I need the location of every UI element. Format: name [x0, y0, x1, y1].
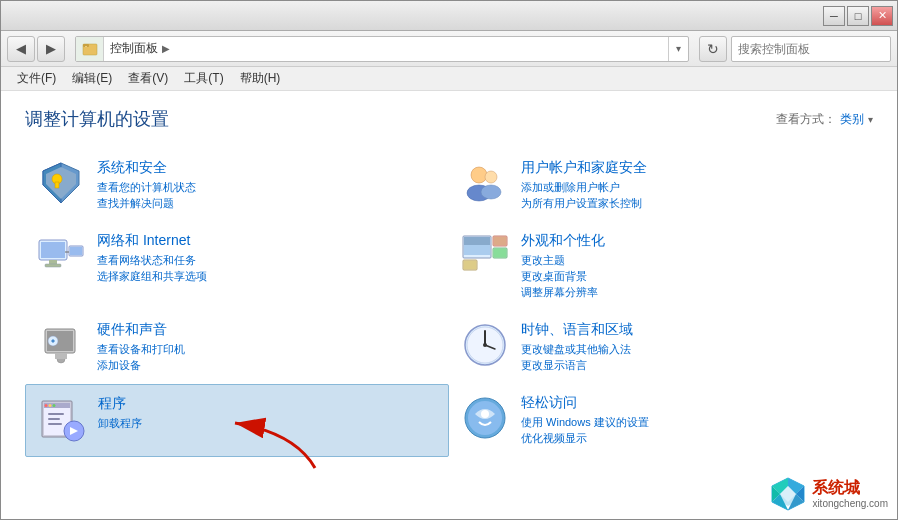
programs-link-1[interactable]: 卸载程序 — [98, 416, 436, 431]
cp-item-clock[interactable]: 时钟、语言和区域 更改键盘或其他输入法 更改显示语言 — [449, 311, 873, 384]
hardware-link-2[interactable]: 添加设备 — [97, 358, 437, 373]
appearance-text: 外观和个性化 更改主题 更改桌面背景 调整屏幕分辨率 — [521, 232, 861, 301]
programs-text: 程序 卸载程序 — [98, 395, 436, 432]
svg-rect-45 — [48, 418, 60, 420]
svg-rect-46 — [48, 423, 62, 425]
network-icon — [37, 232, 85, 280]
forward-button[interactable]: ▶ — [37, 36, 65, 62]
hardware-icon — [37, 321, 85, 369]
menu-file[interactable]: 文件(F) — [9, 67, 64, 90]
cp-item-network[interactable]: 网络和 Internet 查看网络状态和任务 选择家庭组和共享选项 — [25, 222, 449, 311]
cp-item-ease[interactable]: 轻松访问 使用 Windows 建议的设置 优化视频显示 — [449, 384, 873, 457]
svg-rect-17 — [70, 247, 82, 255]
svg-rect-44 — [48, 413, 64, 415]
watermark-logo — [770, 476, 806, 512]
hardware-link-1[interactable]: 查看设备和打印机 — [97, 342, 437, 357]
clock-link-2[interactable]: 更改显示语言 — [521, 358, 861, 373]
watermark-en: xitongcheng.com — [812, 498, 888, 510]
svg-rect-13 — [41, 242, 65, 258]
svg-rect-23 — [494, 237, 506, 245]
svg-rect-7 — [55, 182, 59, 188]
svg-rect-2 — [85, 46, 87, 47]
watermark: 系统城 xitongcheng.com — [770, 476, 888, 512]
security-link-1[interactable]: 查看您的计算机状态 — [97, 180, 437, 195]
security-text: 系统和安全 查看您的计算机状态 查找并解决问题 — [97, 159, 437, 212]
cp-item-security[interactable]: 系统和安全 查看您的计算机状态 查找并解决问题 — [25, 149, 449, 222]
svg-point-37 — [483, 343, 487, 347]
address-bar[interactable]: 控制面板 ▶ ▾ — [75, 36, 689, 62]
security-title[interactable]: 系统和安全 — [97, 159, 437, 177]
ease-text: 轻松访问 使用 Windows 建议的设置 优化视频显示 — [521, 394, 861, 447]
svg-point-43 — [53, 404, 56, 407]
svg-rect-31 — [55, 353, 67, 359]
view-mode: 查看方式： 类别 ▾ — [776, 111, 873, 128]
minimize-button[interactable]: ─ — [823, 6, 845, 26]
user-link-2[interactable]: 为所有用户设置家长控制 — [521, 196, 861, 211]
address-label: 控制面板 — [110, 40, 158, 57]
appearance-link-3[interactable]: 调整屏幕分辨率 — [521, 285, 861, 300]
control-panel-grid: 系统和安全 查看您的计算机状态 查找并解决问题 — [25, 149, 873, 457]
network-text: 网络和 Internet 查看网络状态和任务 选择家庭组和共享选项 — [97, 232, 437, 285]
window-controls: ─ □ ✕ — [823, 6, 893, 26]
restore-button[interactable]: □ — [847, 6, 869, 26]
hardware-title[interactable]: 硬件和声音 — [97, 321, 437, 339]
search-bar[interactable]: 🔍 — [731, 36, 891, 62]
appearance-title[interactable]: 外观和个性化 — [521, 232, 861, 250]
appearance-icon — [461, 232, 509, 280]
svg-point-8 — [471, 167, 487, 183]
cp-item-hardware[interactable]: 硬件和声音 查看设备和打印机 添加设备 — [25, 311, 449, 384]
page-header: 调整计算机的设置 查看方式： 类别 ▾ — [25, 107, 873, 131]
svg-point-41 — [45, 404, 48, 407]
clock-text: 时钟、语言和区域 更改键盘或其他输入法 更改显示语言 — [521, 321, 861, 374]
ease-title[interactable]: 轻松访问 — [521, 394, 861, 412]
address-path-arrow: ▶ — [162, 43, 170, 54]
cp-item-appearance[interactable]: 外观和个性化 更改主题 更改桌面背景 调整屏幕分辨率 — [449, 222, 873, 311]
nav-buttons: ◀ ▶ — [7, 36, 65, 62]
network-title[interactable]: 网络和 Internet — [97, 232, 437, 250]
appearance-link-1[interactable]: 更改主题 — [521, 253, 861, 268]
menu-tools[interactable]: 工具(T) — [176, 67, 231, 90]
page-title: 调整计算机的设置 — [25, 107, 169, 131]
menu-edit[interactable]: 编辑(E) — [64, 67, 120, 90]
svg-rect-27 — [464, 261, 476, 269]
watermark-cn: 系统城 — [812, 478, 888, 497]
refresh-button[interactable]: ↻ — [699, 36, 727, 62]
view-mode-label: 查看方式： — [776, 111, 836, 128]
network-link-2[interactable]: 选择家庭组和共享选项 — [97, 269, 437, 284]
svg-point-51 — [481, 410, 489, 418]
user-text: 用户帐户和家庭安全 添加或删除用户帐户 为所有用户设置家长控制 — [521, 159, 861, 212]
view-mode-value[interactable]: 类别 — [840, 111, 864, 128]
navbar: ◀ ▶ 控制面板 ▶ ▾ ↻ 🔍 — [1, 31, 897, 67]
svg-point-10 — [485, 171, 497, 183]
svg-point-42 — [49, 404, 52, 407]
ease-link-2[interactable]: 优化视频显示 — [521, 431, 861, 446]
back-button[interactable]: ◀ — [7, 36, 35, 62]
user-icon — [461, 159, 509, 207]
close-button[interactable]: ✕ — [871, 6, 893, 26]
user-link-1[interactable]: 添加或删除用户帐户 — [521, 180, 861, 195]
svg-rect-14 — [49, 260, 57, 264]
ease-link-1[interactable]: 使用 Windows 建议的设置 — [521, 415, 861, 430]
watermark-text-group: 系统城 xitongcheng.com — [812, 478, 888, 509]
search-input[interactable] — [732, 42, 891, 56]
cp-item-programs[interactable]: 程序 卸载程序 — [25, 384, 449, 457]
network-link-1[interactable]: 查看网络状态和任务 — [97, 253, 437, 268]
address-text: 控制面板 ▶ — [104, 40, 668, 57]
clock-link-1[interactable]: 更改键盘或其他输入法 — [521, 342, 861, 357]
menubar: 文件(F) 编辑(E) 查看(V) 工具(T) 帮助(H) — [1, 67, 897, 91]
address-dropdown-button[interactable]: ▾ — [668, 37, 688, 61]
menu-help[interactable]: 帮助(H) — [232, 67, 289, 90]
address-bar-icon — [76, 37, 104, 61]
programs-icon — [38, 395, 86, 443]
user-title[interactable]: 用户帐户和家庭安全 — [521, 159, 861, 177]
programs-title[interactable]: 程序 — [98, 395, 436, 413]
main-content: 调整计算机的设置 查看方式： 类别 ▾ — [1, 91, 897, 519]
svg-point-11 — [481, 185, 501, 199]
security-link-2[interactable]: 查找并解决问题 — [97, 196, 437, 211]
menu-view[interactable]: 查看(V) — [120, 67, 176, 90]
appearance-link-2[interactable]: 更改桌面背景 — [521, 269, 861, 284]
cp-item-user[interactable]: 用户帐户和家庭安全 添加或删除用户帐户 为所有用户设置家长控制 — [449, 149, 873, 222]
clock-title[interactable]: 时钟、语言和区域 — [521, 321, 861, 339]
view-mode-dropdown-arrow[interactable]: ▾ — [868, 114, 873, 125]
svg-rect-40 — [44, 403, 70, 408]
